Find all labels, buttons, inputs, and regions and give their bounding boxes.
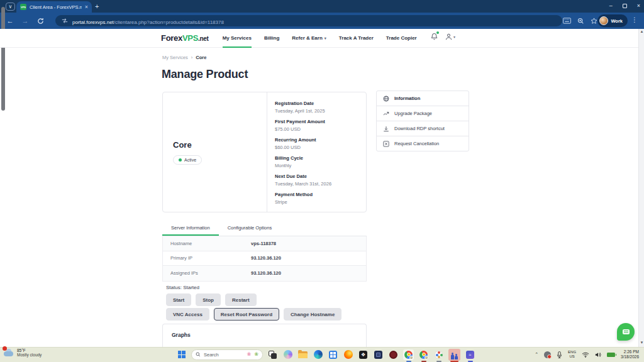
profile-avatar [599, 16, 608, 25]
tab-title: Client Area - ForexVPS.net [30, 4, 82, 10]
start-button[interactable]: Start [166, 293, 191, 306]
keyboard-icon[interactable] [563, 18, 571, 24]
chevron-down-icon: ▾ [325, 36, 326, 40]
graphs-card: Graphs [162, 324, 367, 347]
tab-close-icon[interactable]: × [85, 4, 88, 10]
menu-item-request-cancellation[interactable]: Request Cancellation [376, 136, 469, 151]
detail-registration-date: Registration Date Tuesday, April 1st, 20… [275, 101, 366, 114]
change-hostname-button[interactable]: Change Hostname [284, 308, 341, 321]
table-row-primary-ip: Primary IP 93.120.36.120 [163, 251, 366, 266]
app-icon-pinwheel[interactable] [433, 349, 444, 360]
window-restore-button[interactable] [623, 4, 627, 8]
tab-configurable-options[interactable]: Configurable Options [219, 221, 280, 236]
browser-menu-icon[interactable]: ⋮ [631, 16, 638, 23]
tray-wifi-icon[interactable] [582, 352, 589, 358]
new-tab-button[interactable]: + [95, 3, 99, 10]
back-button[interactable]: ← [3, 17, 18, 25]
nav-trade-copier[interactable]: Trade Copier [386, 29, 417, 48]
tray-microphone-icon[interactable] [557, 351, 562, 358]
window-minimize-button[interactable]: – [609, 3, 613, 9]
menu-item-information[interactable]: Information [376, 90, 469, 106]
nav-track-a-trader[interactable]: Track A Trader [339, 29, 374, 48]
firefox-icon[interactable] [343, 349, 353, 360]
chat-icon [623, 329, 630, 334]
globe-icon [383, 96, 389, 102]
detail-payment-method: Payment Method Stripe [275, 192, 366, 205]
chrome-profile1-icon[interactable] [403, 349, 414, 360]
nav-my-services[interactable]: My Services [223, 29, 252, 48]
url-path: /clientarea.php?action=productdetails&id… [114, 19, 224, 25]
tab-server-information[interactable]: Server Information [162, 221, 219, 236]
dropbox-icon[interactable]: ❖ [358, 349, 369, 360]
server-info-table: Hostname vps-118378 Primary IP 93.120.36… [162, 236, 367, 282]
tray-camera-icon[interactable] [544, 351, 551, 358]
tray-volume-icon[interactable] [595, 352, 601, 358]
product-side-menu: Information Upgrade Package Download RDP… [376, 90, 469, 151]
app-icon-swirl[interactable]: ≈ [465, 349, 475, 360]
scroll-down-icon[interactable]: ▼ [639, 340, 644, 346]
scrollbar-thumb[interactable] [1, 7, 5, 111]
address-bar[interactable]: portal.forexvps.net/clientarea.php?actio… [55, 15, 562, 26]
window-close-button[interactable]: × [637, 3, 640, 9]
detail-billing-cycle: Billing Cycle Monthly [275, 155, 366, 168]
edge-icon[interactable] [313, 349, 323, 360]
detail-next-due-date: Next Due Date Tuesday, March 31st, 2026 [275, 173, 366, 187]
weather-temp: 85°F [17, 348, 42, 353]
notifications-bell-icon[interactable] [431, 33, 438, 40]
app-icon-dark-red[interactable] [388, 349, 399, 360]
menu-item-upgrade-package[interactable]: Upgrade Package [376, 106, 469, 121]
search-highlight-flower-icon: ❀ [247, 352, 252, 357]
zoom-icon[interactable] [577, 18, 584, 25]
product-name: Core [173, 140, 267, 150]
page-scrollbar[interactable]: ▲ ▼ [638, 29, 644, 347]
taskbar-weather-widget[interactable]: 85°F Mostly cloudy [4, 348, 42, 357]
restart-button[interactable]: Restart [225, 293, 257, 306]
weather-desc: Mostly cloudy [17, 353, 42, 357]
tray-language-indicator[interactable]: ENGUS [568, 350, 576, 359]
stop-button[interactable]: Stop [196, 293, 221, 306]
refresh-button[interactable] [33, 18, 48, 25]
vnc-access-button[interactable]: VNC Access [166, 308, 209, 321]
breadcrumb-separator: › [191, 55, 193, 60]
profile-name: Work [611, 18, 623, 24]
status-dot [179, 158, 182, 162]
nav-refer-earn[interactable]: Refer & Earn▾ [292, 29, 326, 48]
main-nav: My Services Billing Refer & Earn▾ Track … [223, 29, 417, 48]
table-row-hostname: Hostname vps-118378 [163, 236, 366, 251]
reset-root-password-button[interactable]: Reset Root Password [214, 308, 279, 321]
browser-tab[interactable]: VPS Client Area - ForexVPS.net × [16, 1, 92, 13]
user-icon [445, 33, 452, 40]
site-header: ForexVPS.net My Services Billing Refer &… [0, 29, 638, 48]
menu-item-download-rdp[interactable]: Download RDP shortcut [376, 121, 469, 136]
search-icon [196, 352, 201, 357]
file-explorer-icon[interactable] [297, 349, 308, 360]
weather-cloud-icon [4, 349, 14, 356]
tab-search-chevron-icon[interactable]: ∨ [6, 3, 15, 11]
microsoft-store-icon[interactable] [328, 349, 338, 360]
nav-billing[interactable]: Billing [264, 29, 279, 48]
task-view-icon[interactable] [267, 349, 278, 360]
taskbar-search-box[interactable]: Search ❀❀ [191, 349, 263, 360]
browser-profile-button[interactable]: Work [597, 14, 628, 27]
bookmark-star-icon[interactable] [591, 18, 597, 25]
tray-expand-chevron-icon[interactable]: ⌃ [535, 352, 538, 357]
site-info-icon[interactable] [62, 18, 68, 24]
start-button-windows[interactable] [176, 349, 187, 360]
live-chat-button[interactable] [617, 323, 635, 341]
graphs-title: Graphs [172, 332, 366, 338]
table-row-assigned-ips: Assigned IPs 93.120.36.120 [163, 266, 366, 281]
breadcrumb-current: Core [196, 55, 206, 60]
copilot-icon[interactable] [282, 349, 293, 360]
tray-clock[interactable]: 2:26 PM 3/18/2026 [621, 349, 639, 360]
tray-date: 3/18/2026 [621, 354, 639, 359]
search-placeholder: Search [204, 352, 244, 358]
app-icon-people-active[interactable] [448, 349, 460, 360]
site-logo[interactable]: ForexVPS.net [161, 33, 209, 43]
app-icon-navy[interactable] [373, 349, 384, 360]
chrome-profile2-icon[interactable] [418, 349, 429, 360]
breadcrumb-my-services[interactable]: My Services [162, 55, 188, 60]
tray-battery-icon[interactable] [607, 353, 615, 357]
account-menu-button[interactable]: ▾ [445, 33, 455, 40]
forward-button[interactable]: → [18, 17, 33, 25]
scroll-up-icon[interactable]: ▲ [639, 29, 644, 35]
